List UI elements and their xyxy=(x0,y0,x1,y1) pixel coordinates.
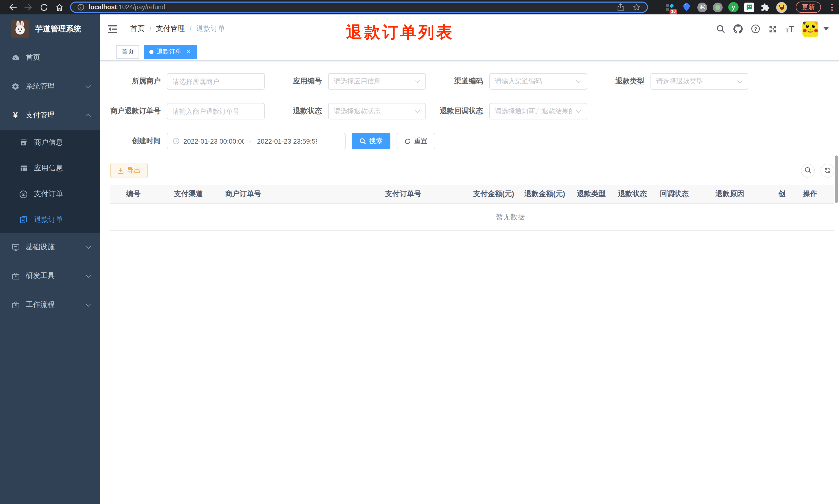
bookmark-star-icon[interactable] xyxy=(632,3,641,11)
merchant-label: 所属商户 xyxy=(110,77,167,86)
balloon-extension-icon[interactable] xyxy=(681,2,692,13)
sidebar-item-pay-order[interactable]: ¥ 支付订单 xyxy=(0,181,100,207)
col-merchant-order-no[interactable]: 商户订单号 xyxy=(220,190,380,199)
dashboard-icon xyxy=(11,53,20,62)
sidebar-item-system[interactable]: 系统管理 xyxy=(0,72,100,101)
avatar-caret-icon[interactable] xyxy=(824,27,829,30)
app-select[interactable]: 请选择应用信息 xyxy=(328,73,426,90)
tags-view: 首页 退款订单 xyxy=(100,43,839,61)
col-refund-reason[interactable]: 退款原因 xyxy=(710,190,773,199)
merchant-refund-no-input[interactable] xyxy=(167,103,265,120)
sidebar: 芋道管理系统 首页 系统管理 ¥ 支付管理 商户信息 xyxy=(0,14,100,504)
toggle-search-icon[interactable] xyxy=(801,163,815,177)
sidebar-item-dev-tools[interactable]: 研发工具 xyxy=(0,262,100,290)
export-button[interactable]: 导出 xyxy=(110,163,148,178)
y-extension-icon[interactable]: y xyxy=(728,2,738,12)
col-refund-status[interactable]: 退款状态 xyxy=(613,190,655,199)
merchant-input[interactable] xyxy=(167,73,265,90)
sidebar-fold-icon[interactable] xyxy=(108,25,117,33)
active-dot-icon xyxy=(149,50,154,54)
col-callback-status[interactable]: 回调状态 xyxy=(655,190,710,199)
breadcrumb-home[interactable]: 首页 xyxy=(130,24,145,34)
browser-back-icon[interactable] xyxy=(5,1,21,14)
profile-emoji-icon[interactable] xyxy=(776,2,787,13)
empty-text: 暂无数据 xyxy=(496,212,525,222)
search-button[interactable]: 搜索 xyxy=(352,133,390,149)
chevron-down-icon xyxy=(86,83,91,88)
col-refund-amount[interactable]: 退款金额(元) xyxy=(519,190,572,199)
start-date-value: 2022-01-23 00:00:00 xyxy=(183,137,244,145)
svg-text:?: ? xyxy=(754,26,757,32)
browser-reload-icon[interactable] xyxy=(36,1,52,14)
sidebar-item-home[interactable]: 首页 xyxy=(0,43,100,72)
sidebar-item-merchant-info[interactable]: 商户信息 xyxy=(0,130,100,156)
sidebar-item-label: 基础设施 xyxy=(26,242,55,252)
navbar-actions: ? TT xyxy=(716,21,839,37)
col-id[interactable]: 编号 xyxy=(110,190,169,199)
chrome-update-button[interactable]: 更新 xyxy=(796,2,821,13)
chevron-down-icon xyxy=(737,78,743,83)
main-area: 首页 / 支付管理 / 退款订单 退款订单列表 ? xyxy=(100,14,839,504)
sidebar-item-label: 研发工具 xyxy=(26,271,55,281)
briefcase-icon xyxy=(11,272,20,280)
channel-select[interactable]: 请输入渠道编码 xyxy=(489,73,587,90)
chevron-down-icon xyxy=(415,108,420,113)
help-icon[interactable]: ? xyxy=(751,24,760,34)
sidebar-item-refund-order[interactable]: 退款订单 xyxy=(0,207,100,233)
refund-status-select[interactable]: 请选择退款状态 xyxy=(328,103,426,120)
table-empty-row: 暂无数据 xyxy=(110,204,834,231)
clock-icon xyxy=(173,138,180,145)
chat-extension-icon[interactable] xyxy=(744,2,754,12)
browser-menu-icon[interactable] xyxy=(831,4,833,11)
logo-rabbit-image xyxy=(11,20,29,38)
sidebar-item-label: 首页 xyxy=(26,53,40,62)
col-refund-type[interactable]: 退款类型 xyxy=(572,190,613,199)
extensions-puzzle-icon[interactable] xyxy=(760,2,770,13)
breadcrumb-payment[interactable]: 支付管理 xyxy=(156,24,185,34)
avatar[interactable] xyxy=(802,21,818,37)
col-pay-channel[interactable]: 支付渠道 xyxy=(169,190,220,199)
table-grid-icon xyxy=(19,164,28,173)
header-search-icon[interactable] xyxy=(716,24,725,33)
fullscreen-icon[interactable] xyxy=(768,24,777,33)
create-time-range-picker[interactable]: 2022-01-23 00:00:00 - 2022-01-23 23:59:5… xyxy=(167,133,345,149)
extensions-area: 10 ⌘ y 更新 xyxy=(664,2,833,13)
chevron-down-icon xyxy=(86,273,91,278)
address-bar[interactable]: localhost:1024/pay/refund xyxy=(70,2,648,13)
github-icon[interactable] xyxy=(733,24,743,34)
sidebar-item-label: 应用信息 xyxy=(34,164,63,173)
devtools-extension-icon[interactable]: 10 xyxy=(664,2,675,13)
annotation-title: 退款订单列表 xyxy=(346,22,454,43)
refresh-icon[interactable] xyxy=(820,163,834,177)
store-icon xyxy=(19,139,28,147)
sidebar-item-app-info[interactable]: 应用信息 xyxy=(0,156,100,181)
col-pay-amount[interactable]: 支付金额(元) xyxy=(468,190,519,199)
merchant-refund-no-label: 商户退款订单号 xyxy=(110,107,167,116)
tag-close-icon[interactable] xyxy=(185,49,192,55)
sidebar-item-infrastructure[interactable]: 基础设施 xyxy=(0,233,100,262)
callback-status-select[interactable]: 请选择通知商户退款结果的回调状态 xyxy=(489,103,587,120)
reset-button[interactable]: 重置 xyxy=(397,133,435,149)
refund-table: 编号 支付渠道 商户订单号 支付订单号 支付金额(元) 退款金额(元) 退款类型… xyxy=(110,185,834,231)
sidebar-item-workflow[interactable]: 工作流程 xyxy=(0,290,100,319)
navbar: 首页 / 支付管理 / 退款订单 退款订单列表 ? xyxy=(100,14,839,43)
tag-refund-order[interactable]: 退款订单 xyxy=(144,45,197,58)
page-scrollbar[interactable] xyxy=(835,156,838,203)
sidebar-item-payment[interactable]: ¥ 支付管理 xyxy=(0,101,100,130)
app-logo[interactable]: 芋道管理系统 xyxy=(0,14,100,43)
green-dot-extension-icon[interactable] xyxy=(713,2,722,12)
browser-forward-icon[interactable] xyxy=(21,1,36,14)
gear-icon xyxy=(11,83,20,91)
tag-home[interactable]: 首页 xyxy=(117,45,139,58)
create-time-label: 创建时间 xyxy=(110,137,167,146)
browser-home-icon[interactable] xyxy=(52,1,67,14)
col-action[interactable]: 操作 xyxy=(785,185,834,204)
chevron-down-icon xyxy=(415,78,420,83)
site-info-icon[interactable] xyxy=(77,4,85,11)
app-title: 芋道管理系统 xyxy=(35,24,82,34)
col-pay-order-no[interactable]: 支付订单号 xyxy=(380,190,468,199)
refund-type-select[interactable]: 请选择退款类型 xyxy=(650,73,748,90)
share-icon[interactable] xyxy=(617,3,624,11)
command-extension-icon[interactable]: ⌘ xyxy=(697,2,707,12)
font-size-icon[interactable]: TT xyxy=(785,24,794,33)
